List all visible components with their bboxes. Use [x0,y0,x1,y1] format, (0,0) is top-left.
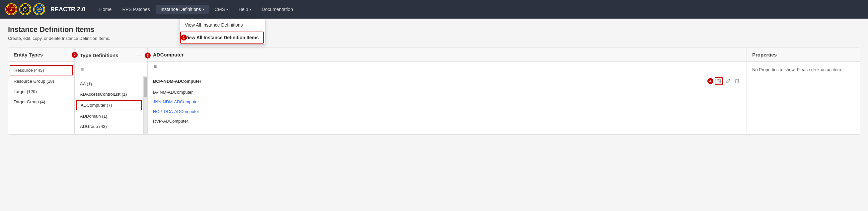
copy-button[interactable] [733,77,741,85]
dropdown-view-all-instances[interactable]: View All Instance Definitions [180,19,265,31]
type-definitions-column: Type Definitions + 3 ≡ AA (1) ADAccessCo… [75,48,148,134]
properties-header: Properties [747,48,860,62]
chevron-down-icon-help: ▾ [250,8,251,11]
list-item[interactable]: Resource (443) [10,65,73,75]
ad-item[interactable]: NOP-DCA-ADComputer [148,107,747,116]
properties-empty-text: No Properties to show. Please click on a… [747,62,860,77]
adcomputer-list: BCP-NDM-ADComputer 4 [148,72,747,129]
chevron-down-icon-cms: ▾ [226,8,228,11]
list-item[interactable]: ADDomain (1) [75,111,143,121]
delete-button[interactable] [715,77,723,85]
brand-name: REACTR 2.0 [51,6,85,13]
army-logo: U.S.ARMY [5,3,17,15]
copy-icon [735,79,740,83]
item-actions: 4 [715,77,741,85]
ad-item-label: RVP-ADComputer [153,118,188,124]
list-item[interactable]: Resource Group (18) [8,76,74,86]
nav-rps-patches[interactable]: RPS Patches [118,5,154,14]
list-item[interactable]: ADGroup (43) [75,121,143,132]
filter-icon-adcomputer: ≡ [151,62,159,71]
ad-item[interactable]: JNN-NDM-ADComputer [148,97,747,107]
step1-badge: 1 [181,34,187,41]
step4-badge: 4 [707,78,713,84]
instance-definitions-dropdown: View All Instance Definitions 1 View All… [179,19,266,45]
ad-item-label: NOP-DCA-ADComputer [153,109,199,114]
list-item[interactable]: ADAccessControlList (1) [75,89,143,99]
columns-container: Entity Types 2 Resource (443) Resource G… [8,48,860,135]
pencil-icon [726,79,730,83]
navbar: U.S.ARMY REACTR 2.0 Home RPS Patches Ins… [0,0,868,19]
nav-instance-definitions[interactable]: Instance Definitions ▾ [156,5,209,14]
blue-logo [33,3,45,15]
list-item[interactable]: ADComputer (7) [76,100,142,110]
ad-item[interactable]: RVP-ADComputer [148,116,747,126]
nav-cms[interactable]: CMS ▾ [210,5,232,14]
properties-column: Properties No Properties to show. Please… [747,48,860,134]
page-subtitle: Create, edit, copy, or delete Instance D… [8,36,860,41]
entity-types-title: Entity Types [13,52,43,57]
svg-line-13 [726,82,726,83]
chevron-down-icon: ▾ [203,8,204,11]
entity-types-header: Entity Types 2 [8,48,74,62]
svg-rect-3 [21,5,30,14]
list-item[interactable]: AA (1) [75,79,143,89]
adcomputer-title: ADComputer [153,52,184,57]
filter-icon-type: ≡ [78,65,86,74]
nav-documentation[interactable]: Documentation [257,5,298,14]
step2-badge: 2 [72,52,78,58]
properties-title: Properties [752,52,777,57]
nav-help[interactable]: Help ▾ [234,5,256,14]
type-definitions-header: Type Definitions + 3 [75,48,147,63]
dropdown-view-all-instance-items[interactable]: View All Instance Definition Items [180,32,264,44]
ad-item-label: BCP-NDM-ADComputer [153,79,202,84]
list-item[interactable]: Target Group (4) [8,97,74,107]
scrollbar-type-defs[interactable] [143,76,147,134]
type-definitions-title: Type Definitions [80,53,119,58]
adcomputer-column: ADComputer ≡ BCP-NDM-ADComputer 4 [148,48,747,134]
step3-badge: 3 [145,53,151,58]
scroll-thumb [144,77,147,97]
page-title: Instance Definition Items [8,25,860,34]
ad-item-label: IA-INM-ADComputer [153,90,193,95]
ad-item[interactable]: IA-INM-ADComputer [148,87,747,97]
svg-rect-15 [735,80,738,83]
ad-item-label: JNN-NDM-ADComputer [153,99,199,104]
nav-home[interactable]: Home [95,5,116,14]
add-type-button[interactable]: + [136,52,142,59]
logo-group: U.S.ARMY [5,3,45,15]
svg-rect-8 [717,80,720,83]
adcomputer-header: ADComputer [148,48,747,62]
type-definitions-list: AA (1) ADAccessControlList (1) ADCompute… [75,76,143,134]
entity-types-column: Entity Types 2 Resource (443) Resource G… [8,48,75,134]
edit-button[interactable] [724,77,732,85]
main-content: Instance Definition Items Create, edit, … [0,19,868,211]
joint-logo [19,3,31,15]
list-item[interactable]: Target (129) [8,86,74,97]
ad-item[interactable]: BCP-NDM-ADComputer 4 [148,75,747,87]
nav-links: Home RPS Patches Instance Definitions ▾ … [95,5,863,14]
svg-text:U.S.ARMY: U.S.ARMY [7,6,16,8]
entity-types-list: Resource (443) Resource Group (18) Targe… [8,62,74,110]
trash-icon [716,79,721,83]
